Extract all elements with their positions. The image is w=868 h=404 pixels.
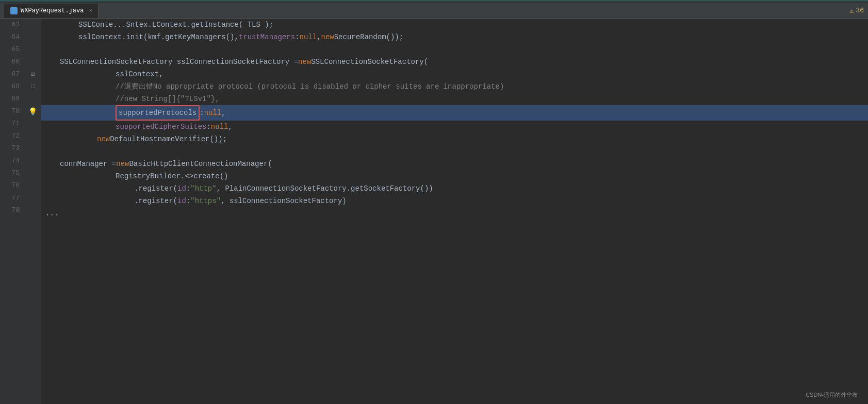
fold-icon[interactable]: ⧄ [31, 71, 35, 78]
warning-badge: ⚠ 36 [850, 7, 864, 15]
bulb-icon[interactable]: 💡 [28, 107, 37, 116]
line-number: 64 [0, 31, 25, 43]
line-number: 69 [0, 93, 25, 105]
token: : [186, 195, 190, 207]
code-area: 6364656667⧄68□6970💡7172737475767778 SSLC… [0, 19, 868, 404]
token: : [186, 182, 190, 195]
code-line: //退费出错No appropriate protocol (protocol … [41, 80, 868, 93]
line-number: 70 [0, 105, 25, 117]
gutter-row: 78 [0, 204, 41, 216]
token: new [116, 158, 129, 170]
line-gutter: 6364656667⧄68□6970💡7172737475767778 [0, 19, 41, 404]
gutter-row: 65 [0, 43, 41, 56]
code-line: .register( id: "https", sslConnectionSoc… [41, 195, 868, 207]
code-line: RegistryBuilder.<>create() [41, 170, 868, 182]
line-number: 73 [0, 142, 25, 155]
token: create() [193, 170, 228, 182]
code-line: ... [41, 207, 868, 220]
token: RegistryBuilder. [116, 170, 185, 182]
code-line: .register( id: "http", PlainConnectionSo… [41, 182, 868, 195]
line-number: 78 [0, 204, 25, 216]
token: sslContext, [116, 68, 163, 80]
code-line: SSLConte... Sntex. LContext.getInstance(… [41, 19, 868, 31]
gutter-row: 69 [0, 93, 41, 105]
token: SecureRandom()); [334, 31, 403, 43]
gutter-row: 63 [0, 19, 41, 31]
code-line: connManager = new BasicHttpClientConnect… [41, 158, 868, 170]
gutter-row: 70💡 [0, 105, 41, 117]
line-number: 68 [0, 80, 25, 93]
token: DefaultHostnameVerifier()); [110, 133, 227, 145]
warning-count: 36 [856, 7, 864, 14]
code-line: sslContext.init(kmf.getKeyManagers(), tr… [41, 31, 868, 43]
token: : [295, 31, 299, 43]
code-line: supportedCipherSuites: null, [41, 121, 868, 133]
tab-filename: WXPayRequest.java [21, 7, 84, 14]
gutter-row: 75 [0, 167, 41, 179]
line-number: 63 [0, 19, 25, 31]
token: new [321, 31, 334, 43]
line-number: 72 [0, 130, 25, 142]
gutter-icons: 💡 [25, 107, 41, 116]
gutter-icons: ⧄ [25, 71, 41, 78]
token: //退费出错No appropriate protocol (protocol … [116, 80, 504, 93]
active-tab[interactable]: WXPayRequest.java × [4, 4, 99, 18]
token: null [299, 31, 317, 43]
code-line: SSLConnectionSocketFactory sslConnection… [41, 56, 868, 68]
line-number: 67 [0, 68, 25, 80]
token: trustManagers [239, 31, 295, 43]
tab-close-button[interactable]: × [89, 8, 92, 14]
top-gradient [0, 0, 868, 3]
gutter-row: 77 [0, 192, 41, 204]
token: .register( [134, 195, 177, 207]
token: new [298, 56, 311, 68]
warning-icon: ⚠ [850, 7, 854, 15]
tab-bar: WXPayRequest.java × ⚠ 36 [0, 3, 868, 19]
token: , sslConnectionSocketFactory) [221, 195, 347, 207]
token: Sntex. [126, 19, 152, 31]
editor-container: WXPayRequest.java × ⚠ 36 6364656667⧄68□6… [0, 0, 868, 404]
token: id [177, 195, 186, 207]
token: "https" [190, 195, 221, 207]
line-number: 74 [0, 155, 25, 167]
line-number: 71 [0, 117, 25, 130]
token: "http" [190, 182, 216, 195]
token: : [200, 107, 204, 119]
line-number: 77 [0, 192, 25, 204]
token: SSLConte... [78, 19, 126, 31]
line-number: 66 [0, 56, 25, 68]
token: supportedCipherSuites [116, 121, 206, 133]
fold-icon[interactable]: □ [31, 83, 35, 90]
line-number: 75 [0, 167, 25, 179]
gutter-row: 66 [0, 56, 41, 68]
token: .register( [134, 182, 177, 195]
token: , PlainConnectionSocketFactory.getSocket… [217, 182, 433, 195]
code-lines[interactable]: SSLConte... Sntex. LContext.getInstance(… [41, 19, 868, 404]
gutter-row: 68□ [0, 80, 41, 93]
gutter-row: 73 [0, 142, 41, 155]
code-line [41, 43, 868, 56]
gutter-icons: □ [25, 83, 41, 90]
token: sslContext.init(kmf.getKeyManagers(), [78, 31, 239, 43]
code-line [41, 145, 868, 158]
token: <> [185, 170, 193, 182]
code-line: //new String[]{"TLSv1"}, [41, 93, 868, 105]
token: null [211, 121, 228, 133]
token: //new String[]{"TLSv1"}, [116, 93, 220, 105]
token: BasicHttpClientConnectionManager( [129, 158, 272, 170]
gutter-row: 64 [0, 31, 41, 43]
watermark: CSDN-适用的外华布 [806, 391, 858, 399]
gutter-row: 72 [0, 130, 41, 142]
token: : [206, 121, 210, 133]
code-line: sslContext, [41, 68, 868, 80]
gutter-row: 71 [0, 117, 41, 130]
token: SSLConnectionSocketFactory sslConnection… [60, 56, 298, 68]
token: LContext.getInstance( TLS ); [152, 19, 273, 31]
token: new [97, 133, 110, 145]
token: ... [45, 207, 58, 220]
token: SSLConnectionSocketFactory( [311, 56, 428, 68]
token: , [317, 31, 321, 43]
gutter-row: 67⧄ [0, 68, 41, 80]
token: , [221, 107, 225, 119]
line-number: 76 [0, 179, 25, 192]
